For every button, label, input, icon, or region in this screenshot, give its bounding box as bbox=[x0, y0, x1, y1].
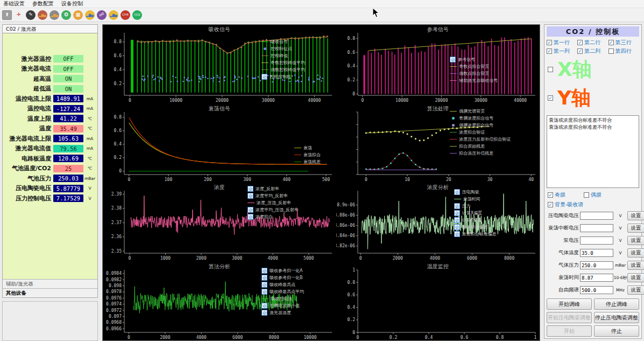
checkbox[interactable] bbox=[608, 48, 614, 54]
up-arrow-icon[interactable]: ⬆ bbox=[2, 10, 12, 20]
legend-toggle-icon[interactable]: ⊘ bbox=[261, 275, 267, 281]
accordion-item[interactable]: 其他设备 bbox=[3, 288, 97, 297]
set-button[interactable]: 设置 bbox=[627, 286, 644, 295]
legend-entry[interactable]: 浓度压力反射补偿拟合验证 bbox=[450, 136, 511, 142]
legend-entry[interactable]: ⊘浓度_反射率 bbox=[247, 186, 299, 192]
legend-toggle-icon[interactable]: ⊘ bbox=[247, 193, 253, 199]
field-input[interactable] bbox=[580, 249, 613, 257]
field-input[interactable] bbox=[580, 224, 613, 232]
legend-entry[interactable]: ⊘吸收参考归一化A bbox=[261, 268, 304, 274]
legend-entry[interactable]: 偶数腔模峰值平均 bbox=[261, 67, 305, 73]
checkbox[interactable]: ✓ bbox=[577, 40, 583, 45]
gauge-pen-icon[interactable]: ✎ bbox=[26, 10, 36, 20]
ch4-icon[interactable]: CH4 bbox=[121, 10, 130, 20]
bar-chart-yellow2-icon[interactable]: ▂▆▄ bbox=[109, 10, 118, 20]
co2-icon[interactable]: CO2 bbox=[132, 10, 142, 20]
legend-toggle-icon[interactable]: ⊘ bbox=[247, 186, 253, 192]
legend-toggle-icon[interactable]: ⊘ bbox=[261, 310, 267, 316]
set-button[interactable]: 设置 bbox=[627, 261, 644, 270]
legend-entry[interactable]: ⊘参考信号 bbox=[450, 57, 498, 62]
legend-entry[interactable]: ⊘激光器温度 bbox=[261, 310, 304, 316]
legend-toggle-icon[interactable]: ⊘ bbox=[261, 303, 267, 309]
set-button[interactable]: 设置 bbox=[627, 273, 644, 282]
legend-entry[interactable]: ⊘腔模控制线 bbox=[261, 74, 305, 80]
field-input[interactable] bbox=[580, 261, 613, 269]
legend-entry[interactable]: 偶膜光谱背景 bbox=[450, 108, 511, 114]
set-button[interactable]: 设置 bbox=[627, 248, 644, 258]
set-button[interactable]: 设置 bbox=[627, 211, 644, 220]
legend-toggle-icon[interactable]: ⊘ bbox=[247, 214, 253, 220]
legend-entry[interactable]: 腔模峰值 bbox=[261, 53, 305, 59]
legend-toggle-icon[interactable]: ⊘ bbox=[261, 74, 267, 80]
legend-toggle-icon[interactable]: ⊘ bbox=[261, 289, 267, 295]
checkbox[interactable]: ✓ bbox=[548, 192, 553, 198]
legend-entry[interactable]: ⊘浓度拟合标准偏差 bbox=[454, 231, 497, 237]
field-input[interactable] bbox=[580, 236, 613, 245]
keyboard-grid-icon[interactable]: ▦ bbox=[73, 10, 83, 20]
set-button[interactable]: 设置 bbox=[627, 224, 644, 233]
legend-entry[interactable]: ⊘衰荡标准偏差 bbox=[454, 224, 497, 230]
checkbox[interactable]: ✓ bbox=[548, 202, 553, 207]
menu-item[interactable]: 参数配置 bbox=[32, 0, 54, 8]
check-奇膜[interactable]: ✓奇膜 bbox=[548, 191, 565, 199]
legend-entry[interactable]: 辅助激光器吸收信号 bbox=[450, 78, 498, 83]
y-axis-checkbox[interactable]: ✓ bbox=[548, 95, 553, 101]
legend-toggle-icon[interactable]: ⊘ bbox=[450, 57, 456, 62]
legend-entry[interactable]: 奇数点拟合背景 bbox=[450, 64, 498, 69]
field-input[interactable] bbox=[580, 212, 613, 220]
legend-entry[interactable]: ⊘吸收峰最高点平均 bbox=[261, 289, 304, 295]
legend-entry[interactable]: ⊘浓度拟合 bbox=[247, 214, 299, 220]
accordion-item[interactable]: 辅助/激光器 bbox=[3, 279, 97, 288]
legend-toggle-icon[interactable]: ⊘ bbox=[261, 282, 267, 288]
check-background-absorption[interactable]: ✓背景-吸收谱 bbox=[548, 201, 584, 208]
laser-panel-tab[interactable]: C02 / 激光器 bbox=[3, 25, 97, 33]
legend-entry[interactable]: ⊘吸收参考归一化B bbox=[261, 275, 304, 281]
checkbox[interactable]: ✓ bbox=[577, 48, 583, 54]
legend-entry[interactable]: ⊘压力 bbox=[454, 203, 497, 209]
check-第二行[interactable]: ✓第二行 bbox=[577, 39, 608, 46]
legend-toggle-icon[interactable]: ⊘ bbox=[454, 210, 460, 216]
check-第四行[interactable]: 第四行 bbox=[608, 47, 639, 55]
field-input[interactable] bbox=[580, 274, 613, 282]
check-第一行[interactable]: ✓第一行 bbox=[547, 39, 577, 46]
legend-entry[interactable]: 吸收腔电流 bbox=[261, 296, 304, 302]
legend-entry[interactable]: ⊘吸收峰最高点 bbox=[261, 282, 304, 288]
legend-entry[interactable]: ⊘浓度平均_反射率 bbox=[247, 193, 299, 199]
legend-entry[interactable]: ⊘腔膜电流最小值 bbox=[261, 303, 304, 309]
field-input[interactable] bbox=[580, 286, 613, 294]
action-button[interactable]: 停止调峰 bbox=[594, 298, 639, 310]
legend-toggle-icon[interactable]: ⊘ bbox=[454, 224, 460, 230]
checkbox[interactable]: ✓ bbox=[547, 48, 552, 54]
legend-toggle-icon[interactable]: ⊘ bbox=[261, 268, 267, 274]
check-第二列[interactable]: ✓第二列 bbox=[577, 47, 608, 55]
set-button[interactable]: 设置 bbox=[627, 236, 644, 245]
check-第三行[interactable]: ✓第三行 bbox=[608, 39, 639, 46]
action-button[interactable]: 开始调峰 bbox=[547, 298, 592, 310]
legend-entry[interactable]: 衰荡时间 bbox=[454, 196, 497, 202]
legend-entry[interactable]: 腔模特征点 bbox=[261, 46, 305, 52]
legend-toggle-icon[interactable]: ⊘ bbox=[454, 189, 460, 195]
action-button[interactable]: 停止压电陶瓷调整 bbox=[594, 312, 639, 323]
legend-entry[interactable]: ⊘浓度平均_压强_反射率 bbox=[247, 207, 299, 213]
legend-entry[interactable]: 偶数点拟合背景 bbox=[450, 71, 498, 76]
legend-entry[interactable]: ⊘计算Y偏置 bbox=[454, 217, 497, 223]
legend-toggle-icon[interactable]: ⊘ bbox=[454, 231, 460, 237]
legend-entry[interactable]: 衰荡 bbox=[294, 145, 321, 151]
menu-item[interactable]: 设备控制 bbox=[61, 0, 83, 8]
checkbox[interactable]: ✓ bbox=[608, 40, 614, 45]
action-button[interactable]: 停止 bbox=[594, 325, 639, 337]
bar-chart-gray-icon[interactable]: ▂▆▄ bbox=[49, 10, 59, 20]
cursor-probe-icon[interactable]: ✛ bbox=[14, 10, 24, 20]
legend-toggle-icon[interactable]: ⊘ bbox=[247, 207, 253, 213]
x-axis-checkbox[interactable] bbox=[548, 67, 553, 72]
legend-entry[interactable]: ⊘压电陶瓷 bbox=[454, 189, 497, 195]
badge-green-icon[interactable]: ✪ bbox=[61, 10, 71, 20]
checkbox[interactable] bbox=[584, 192, 589, 198]
legend-entry[interactable]: 拟合原始残差 bbox=[450, 143, 511, 149]
legend-entry[interactable]: 奇数腔模峰值平均 bbox=[261, 60, 305, 66]
alarm-message-box[interactable]: 衰荡或浓度拟合标准差不符合衰荡或浓度拟合标准差不符合 bbox=[547, 115, 639, 188]
network-nodes-icon[interactable]: ☍ bbox=[97, 10, 107, 20]
legend-entry[interactable]: 衰荡残差 bbox=[294, 159, 321, 165]
menu-item[interactable]: 基础设置 bbox=[3, 0, 25, 8]
legend-toggle-icon[interactable]: ⊘ bbox=[454, 203, 460, 209]
